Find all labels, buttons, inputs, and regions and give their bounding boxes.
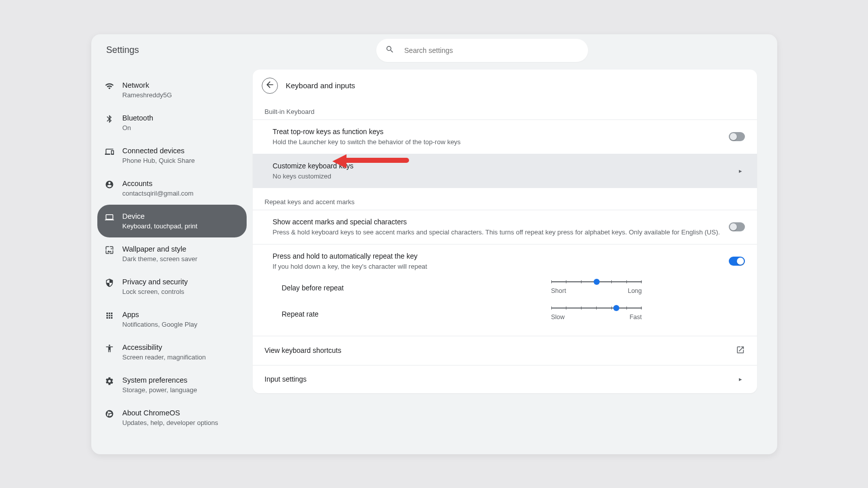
page-title: Keyboard and inputs (286, 81, 356, 90)
row-input-settings[interactable]: Input settings ▸ (253, 365, 757, 393)
settings-card: Keyboard and inputs Built-in Keyboard Tr… (253, 70, 757, 393)
sidebar-item-sub: Updates, help, developer options (123, 418, 218, 428)
sidebar-item-label: System preferences (123, 375, 197, 385)
header-bar: Settings (91, 34, 777, 67)
slider-min-label: Slow (551, 314, 565, 321)
slider-delay[interactable] (551, 281, 642, 282)
chrome-icon (104, 409, 114, 419)
accessibility-icon (104, 343, 114, 353)
external-link-icon (736, 345, 745, 356)
app-title: Settings (106, 45, 139, 55)
sidebar-item-sub: Notifications, Google Play (123, 320, 198, 329)
sidebar-item-sub: Dark theme, screen saver (123, 255, 198, 264)
toggle-top-keys[interactable] (729, 132, 745, 141)
bluetooth-icon (104, 114, 114, 124)
wifi-icon (104, 81, 114, 91)
sidebar-item-about[interactable]: About ChromeOSUpdates, help, developer o… (97, 401, 247, 434)
sidebar-item-wallpaper[interactable]: Wallpaper and styleDark theme, screen sa… (97, 237, 247, 270)
row-label: View keyboard shortcuts (265, 346, 729, 355)
toggle-repeat[interactable] (729, 257, 745, 266)
row-accent-marks: Show accent marks and special characters… (253, 210, 757, 244)
chevron-right-icon: ▸ (736, 376, 745, 383)
sidebar-item-system[interactable]: System preferencesStorage, power, langua… (97, 369, 247, 401)
sidebar-item-label: Network (123, 80, 172, 90)
account-icon (104, 179, 114, 190)
gear-icon (104, 376, 114, 386)
row-customize-keys[interactable]: Customize keyboard keys No keys customiz… (253, 154, 757, 188)
sidebar-item-label: Accessibility (123, 342, 206, 352)
section-repeat-keys: Repeat keys and accent marks Show accent… (253, 193, 757, 336)
sidebar-item-connected-devices[interactable]: Connected devicesPhone Hub, Quick Share (97, 139, 247, 172)
sidebar-item-privacy[interactable]: Privacy and securityLock screen, control… (97, 270, 247, 303)
sidebar-item-sub: Keyboard, touchpad, print (123, 222, 198, 231)
sidebar-item-label: Accounts (123, 178, 194, 189)
sidebar-item-apps[interactable]: AppsNotifications, Google Play (97, 303, 247, 336)
sidebar-item-accounts[interactable]: Accountscontactsqiril@gmail.com (97, 172, 247, 205)
section-title: Built-in Keyboard (253, 103, 757, 119)
slider-max-label: Long (628, 287, 642, 294)
row-auto-repeat: Press and hold to automatically repeat t… (253, 244, 757, 278)
sidebar-item-accessibility[interactable]: AccessibilityScreen reader, magnificatio… (97, 336, 247, 369)
row-repeat-rate: Repeat rate Slow Fast (253, 304, 757, 331)
toggle-accent[interactable] (729, 222, 745, 231)
arrow-back-icon (265, 80, 275, 91)
sidebar-item-label: Device (123, 211, 198, 221)
row-label: Press and hold to automatically repeat t… (273, 252, 722, 261)
row-delay-before-repeat: Delay before repeat Short Long (253, 278, 757, 304)
slider-max-label: Fast (629, 314, 642, 321)
sidebar-item-sub: contactsqiril@gmail.com (123, 189, 194, 198)
slider-rate[interactable] (551, 308, 642, 309)
search-box[interactable] (376, 39, 588, 62)
sidebar-item-label: Privacy and security (123, 277, 188, 287)
card-header: Keyboard and inputs (253, 70, 757, 103)
row-sub: If you hold down a key, the key's charac… (273, 262, 722, 271)
section-builtin-keyboard: Built-in Keyboard Treat top-row keys as … (253, 103, 757, 193)
slider-min-label: Short (551, 287, 566, 294)
sidebar-item-sub: Lock screen, controls (123, 287, 188, 296)
sidebar-item-bluetooth[interactable]: BluetoothOn (97, 106, 247, 139)
slider-label: Repeat rate (282, 310, 544, 318)
search-icon (385, 45, 404, 55)
sidebar-item-sub: Screen reader, magnification (123, 353, 206, 362)
sidebar-item-device[interactable]: DeviceKeyboard, touchpad, print (97, 205, 247, 237)
sidebar: NetworkRameshreddy5G BluetoothOn Connect… (91, 67, 253, 439)
sidebar-item-label: Bluetooth (123, 113, 153, 123)
sidebar-item-label: Apps (123, 310, 198, 320)
settings-window: Settings NetworkRameshreddy5G BluetoothO… (91, 34, 777, 454)
row-sub: Hold the Launcher key to switch the beha… (273, 138, 722, 147)
chevron-right-icon: ▸ (736, 167, 745, 174)
sidebar-item-label: About ChromeOS (123, 408, 218, 418)
row-label: Treat top-row keys as function keys (273, 127, 722, 137)
row-top-keys: Treat top-row keys as function keys Hold… (253, 119, 757, 154)
row-sub: No keys customized (273, 172, 729, 181)
back-button[interactable] (262, 78, 278, 94)
section-title: Repeat keys and accent marks (253, 193, 757, 210)
sidebar-item-sub: Storage, power, language (123, 386, 197, 395)
sidebar-item-network[interactable]: NetworkRameshreddy5G (97, 74, 247, 106)
shield-icon (104, 278, 114, 288)
search-input[interactable] (404, 46, 579, 54)
row-label: Input settings (265, 375, 729, 384)
sidebar-item-sub: Rameshreddy5G (123, 91, 172, 100)
wallpaper-icon (104, 245, 114, 255)
devices-icon (104, 147, 114, 157)
row-label: Show accent marks and special characters (273, 217, 722, 227)
sidebar-item-label: Connected devices (123, 146, 195, 156)
laptop-icon (104, 212, 114, 222)
slider-label: Delay before repeat (282, 284, 544, 292)
apps-icon (104, 311, 114, 321)
row-label: Customize keyboard keys (273, 161, 729, 171)
sidebar-item-sub: Phone Hub, Quick Share (123, 156, 195, 165)
sidebar-item-sub: On (123, 124, 153, 133)
row-sub: Press & hold keyboard keys to see accent… (273, 228, 722, 237)
sidebar-item-label: Wallpaper and style (123, 244, 198, 254)
row-view-shortcuts[interactable]: View keyboard shortcuts (253, 336, 757, 365)
